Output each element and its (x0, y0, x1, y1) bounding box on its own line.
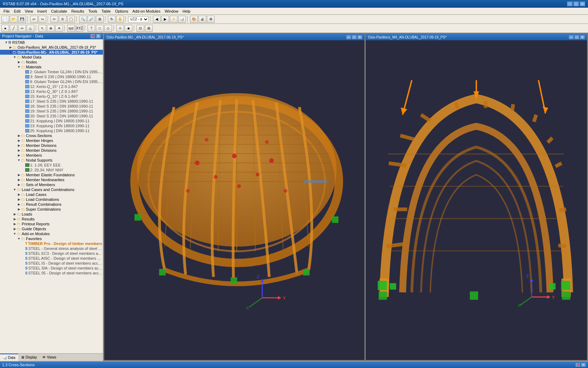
tree-mat-25[interactable]: 25: Kopplung | DIN 18800:1990-11 (0, 128, 103, 133)
tree-root-rstab[interactable]: ▼ R RSTAB (0, 40, 103, 45)
tb2-member[interactable]: ═ (18, 25, 26, 32)
bottom-panel-close[interactable]: ✕ (581, 363, 586, 367)
tb-calculate[interactable]: ⚡ (170, 16, 177, 23)
viewport-right-canvas[interactable]: Y Z X (366, 40, 587, 360)
tree-mat-15[interactable]: 15: Kerto-Q_10° | Z-9.1-847 (0, 94, 103, 99)
tree-materials[interactable]: ▼ 🗀 Materials (0, 64, 103, 69)
tb-save[interactable]: 💾 (18, 16, 26, 23)
nav-pin[interactable]: 📌 (90, 34, 95, 39)
vp-left-close[interactable]: ✕ (357, 35, 362, 39)
tree-project-m1[interactable]: ▼ 🗀 Oslo-Pavillon-M1-_AN-DLUBAL_2017-06-… (0, 50, 103, 55)
load-case-combo[interactable]: LC2 - a (128, 16, 149, 22)
menu-addon[interactable]: Add-on Modules (130, 8, 162, 14)
tree-super-combinations[interactable]: ▶ 🗀 Super Combinations (0, 207, 103, 212)
tb-print[interactable]: 🖨 (198, 16, 206, 23)
tb2-solid[interactable]: ■ (125, 25, 132, 32)
tree-steel-05[interactable]: S STEEL 05 - Design of steel members acc… (0, 271, 103, 275)
tree-member-elastic-foundations[interactable]: ▶ 🗀 Member Elastic Foundations (0, 172, 103, 177)
menu-insert[interactable]: Insert (35, 8, 49, 14)
tb-paste[interactable]: 📋 (67, 16, 75, 23)
tree-mat-17[interactable]: 17: Steel S 235 | DIN 18800:1990-11 (0, 99, 103, 104)
vp-right-maximize[interactable]: □ (574, 35, 579, 39)
bottom-panel-pin[interactable]: 📌 (575, 363, 580, 367)
tree-nodal-supports[interactable]: ▼ 🗀 Nodal Supports (0, 158, 103, 163)
tree-steel-is[interactable]: S STEEL IS - Design of steel members acc… (0, 261, 103, 266)
tree-result-combinations[interactable]: ▶ 🗀 Result Combinations (0, 202, 103, 207)
nav-tab-data[interactable]: 📊 Data (0, 354, 18, 361)
tb-zoom-out[interactable]: 🔎 (88, 16, 95, 23)
tb-render[interactable]: 🎨 (190, 16, 198, 23)
nav-tab-display[interactable]: 🖥 Display (18, 354, 40, 361)
tree-sets-of-members[interactable]: ▶ 🗀 Sets of Members (0, 182, 103, 187)
tree-support-1[interactable]: 1: 1-28; EEY EEE (0, 163, 103, 168)
tb-pan[interactable]: ✋ (116, 16, 124, 23)
tree-load-cases-combinations[interactable]: ▼ 🗀 Load Cases and Combinations (0, 187, 103, 192)
vp-right-minimize[interactable]: ─ (569, 35, 574, 39)
tb2-select[interactable]: ↖ (38, 25, 46, 32)
tree-mat-3[interactable]: 3: Steel S 235 | DIN 18800:1990-11 (0, 74, 103, 79)
tb2-wire[interactable]: ⌑ (116, 25, 124, 32)
tree-steel-ec3[interactable]: S STEEL EC3 - Design of steel members ac… (0, 251, 103, 256)
maximize-button[interactable]: □ (573, 1, 579, 6)
tb2-snap[interactable]: ⊡ (136, 25, 144, 32)
tree-addon-modules[interactable]: ▼ 🗀 Add-on Modules (0, 231, 103, 236)
menu-edit[interactable]: Edit (12, 8, 23, 14)
tb-new[interactable]: 📄 (1, 16, 9, 23)
tb2-node[interactable]: ● (1, 25, 9, 32)
tree-mat-18[interactable]: 18: Steel S 235 | DIN 18800:1990-11 (0, 104, 103, 109)
tree-steel-aisc[interactable]: S STEEL AISC - Design of steel members a… (0, 256, 103, 261)
tree-project-m4[interactable]: ▶ 🗀 Oslo-Pavillons_M4_AN-DLUBAL_2017-09-… (0, 45, 103, 50)
menu-tools[interactable]: Tools (86, 8, 99, 14)
tree-mat-19[interactable]: 19: Steel S 235 | DIN 18800:1990-11 (0, 109, 103, 114)
tree-guide-objects[interactable]: ▶ 🗀 Guide Objects (0, 226, 103, 231)
tree-mat-13[interactable]: 13: Kerto-Q_30° | Z-9.1-847 (0, 89, 103, 94)
tb2-support[interactable]: △ (27, 25, 34, 32)
tree-load-combinations[interactable]: ▶ 🗀 Load Combinations (0, 197, 103, 202)
tree-timber-pro[interactable]: T TIMBER Pro - Design of timber members (0, 241, 103, 246)
tb2-grid[interactable]: ⊞ (145, 25, 153, 32)
tree-loads[interactable]: ▶ 🗀 Loads (0, 212, 103, 217)
tree-mat-9[interactable]: 9: Glulam Timber GL24h | DIN EN 1995-1-1… (0, 79, 103, 84)
minimize-button[interactable]: ─ (567, 1, 573, 6)
tree-members[interactable]: ▶ 🗀 Members (0, 153, 103, 158)
nav-close[interactable]: ✕ (96, 34, 101, 39)
tb2-delete[interactable]: ✕ (55, 25, 63, 32)
tb-redo[interactable]: ↪ (38, 16, 46, 23)
tb2-move[interactable]: ⊕ (47, 25, 55, 32)
tree-mat-2[interactable]: 2: Glulam Timber GL24h | DIN EN 1995-1-1… (0, 69, 103, 74)
tree-member-divisions[interactable]: ▶ 🗀 Member Divisions (0, 148, 103, 153)
menu-options[interactable]: Options (113, 8, 130, 14)
tb2-line[interactable]: ╱ (10, 25, 18, 32)
tb2-global[interactable]: XYZ (76, 25, 83, 32)
menu-file[interactable]: File (1, 8, 12, 14)
vp-left-maximize[interactable]: □ (352, 35, 357, 39)
tree-steel-sia[interactable]: S STEEL SIA - Design of steel members ac… (0, 266, 103, 271)
tree-favorites[interactable]: ▼ 🗀 Favorites (0, 236, 103, 241)
tb-undo[interactable]: ↩ (30, 16, 38, 23)
tree-member-nonlinearities[interactable]: ▶ 🗀 Member Nonlinearities (0, 177, 103, 182)
tree-cross-sections[interactable]: ▶ 🗀 Cross-Sections (0, 133, 103, 138)
tb2-front[interactable]: □ (96, 25, 104, 32)
tree-nodes[interactable]: ▶ 🗀 Nodes (0, 60, 103, 64)
tree-printout-reports[interactable]: ▶ 🗀 Printout Reports (0, 222, 103, 226)
nav-tab-views[interactable]: 👁 Views (40, 354, 59, 361)
tree-member-hinges[interactable]: ▶ 🗀 Member Hinges (0, 138, 103, 143)
tb-zoom-fit[interactable]: ⊞ (96, 16, 104, 23)
tree-mat-21[interactable]: 21: Kopplung | DIN 18800:1990-11 (0, 118, 103, 123)
tree-mat-23[interactable]: 23: Kopplung | DIN 18800:1990-11 (0, 123, 103, 128)
viewport-left-canvas[interactable]: Y Z X (104, 40, 364, 360)
menu-help[interactable]: Help (181, 8, 193, 14)
menu-window[interactable]: Window (162, 8, 180, 14)
tb-open[interactable]: 📂 (10, 16, 18, 23)
tree-results[interactable]: ▶ 🗀 Results (0, 217, 103, 222)
tree-steel-general[interactable]: S STEEL - General stress analysis of ste… (0, 246, 103, 251)
menu-calculate[interactable]: Calculate (49, 8, 69, 14)
tree-model-data[interactable]: ▼ 🗀 Model Data (0, 55, 103, 60)
tb2-local[interactable]: xyz (67, 25, 75, 32)
tb-settings[interactable]: ⚙ (207, 16, 215, 23)
tb-zoom-in[interactable]: 🔍 (79, 16, 87, 23)
tree-mat-12[interactable]: 12: Kerto-Q_15° | Z-9.1-847 (0, 84, 103, 89)
close-button[interactable]: ✕ (580, 1, 585, 6)
menu-results[interactable]: Results (69, 8, 86, 14)
tb2-top[interactable]: ⊤ (88, 25, 95, 32)
